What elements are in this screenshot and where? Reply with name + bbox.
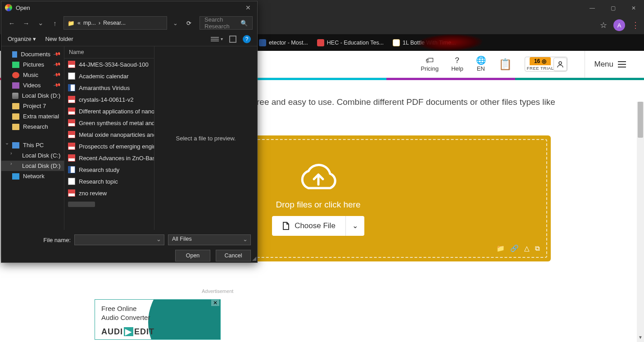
tree-extra-material[interactable]: Extra material (1, 111, 64, 122)
chevron-down-icon: ⌄ (352, 222, 358, 230)
filetype-select[interactable]: All Files (168, 234, 251, 245)
path-dropdown[interactable]: ⌄ (170, 20, 181, 27)
preview-pane-button[interactable] (229, 36, 236, 43)
folder-icon[interactable]: 📁 (496, 244, 505, 252)
path-breadcrumb[interactable]: 📁 « mp... › Resear... (63, 16, 167, 30)
pdf-file-icon (68, 189, 75, 197)
tree-this-pc[interactable]: This PC (1, 140, 64, 150)
column-header-name[interactable]: ⌃ Name (64, 46, 154, 58)
file-row[interactable]: zno review (64, 187, 154, 199)
path-segment[interactable]: Resear... (103, 20, 126, 26)
file-open-dialog: Open ✕ ← → ⌄ ↑ 📁 « mp... › Resear... ⌄ ⟳… (1, 1, 258, 263)
maximize-button[interactable]: ▢ (603, 0, 623, 16)
nav-help[interactable]: ？ Help (451, 56, 463, 72)
file-row[interactable]: Research topic (64, 176, 154, 187)
expand-icon[interactable]: › (10, 161, 12, 166)
file-row[interactable]: Different applications of nanom (64, 105, 154, 117)
file-row[interactable]: Prospeccts of emerging engine (64, 140, 154, 152)
new-folder-button[interactable]: New folder (45, 36, 73, 42)
file-row[interactable]: crystals-14-00611-v2 (64, 94, 154, 105)
resize-grip-icon[interactable]: ◢ (252, 255, 256, 261)
nav-clipboard[interactable]: 📋 (499, 59, 512, 70)
expand-icon[interactable]: › (10, 150, 12, 156)
advertisement[interactable]: ✕ Free OnlineAudio Converter AUDI▶EDIT (95, 299, 221, 340)
tree-videos[interactable]: Videos📌 (1, 80, 64, 90)
nav-language[interactable]: 🌐 EN (476, 56, 486, 72)
pin-icon: 📌 (53, 71, 62, 79)
nav-recent-button[interactable]: ⌄ (35, 19, 46, 27)
horizontal-scrollbar[interactable] (68, 202, 95, 207)
folder-icon (12, 113, 19, 120)
word-file-icon (68, 84, 75, 91)
path-segment[interactable]: mp... (83, 20, 96, 26)
favicon (393, 39, 400, 46)
tree-disk-d[interactable]: Local Disk (D:) (1, 90, 64, 101)
ad-label: Advertisement (202, 288, 233, 294)
nav-label: EN (477, 65, 485, 72)
scrollbar-thumb[interactable] (638, 102, 643, 138)
nav-back-button[interactable]: ← (6, 19, 18, 27)
choose-file-dropdown[interactable]: ⌄ (345, 216, 364, 236)
bookmark-item[interactable]: HEC - Education Tes... (317, 39, 384, 46)
dialog-nav-bar: ← → ⌄ ↑ 📁 « mp... › Resear... ⌄ ⟳ Search… (1, 14, 257, 32)
cloud-upload-icon (296, 161, 341, 194)
bookmark-label: HEC - Education Tes... (327, 40, 384, 46)
choose-file-group: Choose File ⌄ (272, 216, 364, 236)
hamburger-icon (618, 61, 626, 68)
file-row[interactable]: Recent Advances in ZnO-Based (64, 152, 154, 164)
file-row[interactable]: Amaranthus Viridus (64, 82, 154, 94)
profile-avatar[interactable]: A (613, 19, 625, 31)
path-sep: › (99, 20, 100, 26)
cancel-button[interactable]: Cancel (216, 250, 251, 261)
tree-project7[interactable]: Project 7 (1, 101, 64, 111)
close-window-button[interactable]: ✕ (623, 0, 644, 16)
dialog-close-button[interactable]: ✕ (243, 4, 254, 11)
tree-pictures[interactable]: Pictures📌 (1, 59, 64, 70)
nav-forward-button[interactable]: → (20, 19, 32, 27)
choose-file-label: Choose File (295, 221, 336, 230)
nav-pricing[interactable]: 🏷 Pricing (421, 56, 439, 72)
file-row[interactable]: 44-JMES-3534-Saoud-100 (64, 58, 154, 70)
file-row[interactable]: Research study (64, 164, 154, 176)
file-row[interactable]: Metal oxide nanoparticles and (64, 129, 154, 140)
bookmark-item[interactable]: etector - Most... (259, 39, 308, 46)
nav-label: Help (451, 65, 463, 72)
tree-documents[interactable]: Documents📌 (1, 49, 64, 59)
nav-up-button[interactable]: ↑ (49, 19, 61, 27)
ad-close-icon[interactable]: ✕ (211, 300, 219, 306)
file-row[interactable]: Academic calendar (64, 70, 154, 82)
ad-text: Free OnlineAudio Converter (101, 304, 150, 322)
trial-badge[interactable]: 16◎ FREE TRIAL (525, 57, 568, 72)
tree-music[interactable]: Music📌 (1, 70, 64, 80)
expand-icon[interactable]: ⌄ (5, 140, 9, 146)
file-row[interactable]: Green synthesis of metal and m (64, 117, 154, 129)
nav-label: Pricing (421, 65, 439, 72)
ad-logo-icon: ▶ (124, 327, 133, 336)
dropbox-icon[interactable]: ⧉ (535, 244, 540, 252)
vertical-scrollbar[interactable]: ▼ (637, 102, 644, 342)
tree-network[interactable]: Network (1, 171, 64, 181)
help-button[interactable]: ? (243, 35, 251, 43)
organize-menu[interactable]: Organize ▾ (8, 36, 36, 42)
scroll-down-icon[interactable]: ▼ (637, 335, 644, 342)
choose-file-button[interactable]: Choose File (272, 216, 345, 236)
user-icon (553, 58, 567, 71)
refresh-button[interactable]: ⟳ (183, 20, 194, 27)
bookmark-star-icon[interactable]: ☆ (600, 20, 607, 30)
coin-icon: ◎ (542, 58, 546, 64)
view-mode-button[interactable]: ▾ (211, 36, 223, 43)
free-trial-label: FREE TRIAL (525, 65, 556, 71)
browser-menu-icon[interactable]: ⋮ (631, 20, 639, 30)
gdrive-icon[interactable]: △ (524, 244, 530, 252)
path-sep: « (77, 20, 81, 26)
open-button[interactable]: Open (175, 250, 210, 261)
menu-button[interactable]: Menu (585, 51, 626, 78)
minimize-button[interactable]: — (582, 0, 603, 16)
tree-research[interactable]: Research (1, 122, 64, 132)
link-icon[interactable]: 🔗 (510, 244, 519, 252)
txt-file-icon (68, 178, 75, 185)
filename-input[interactable] (74, 234, 164, 245)
txt-file-icon (68, 72, 75, 80)
file-name: Prospeccts of emerging engine (79, 143, 154, 150)
search-input[interactable]: Search Research 🔍 (200, 16, 253, 30)
